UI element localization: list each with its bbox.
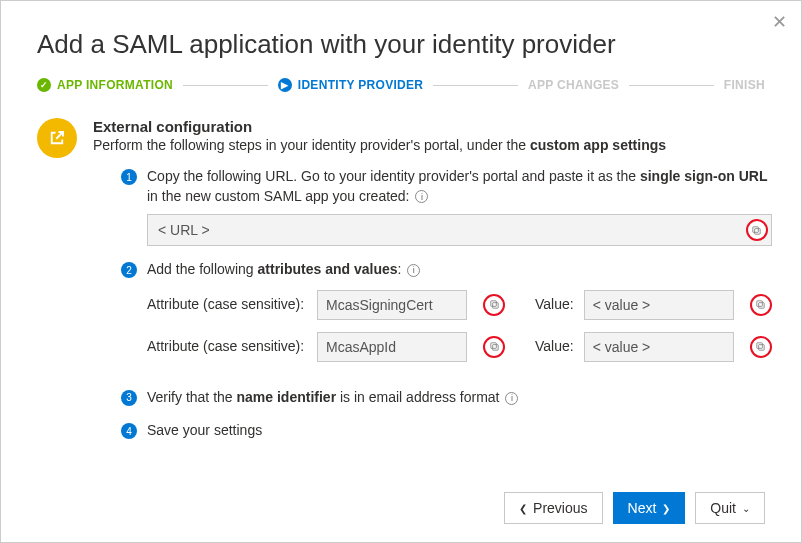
copy-value-button-2[interactable] — [750, 336, 772, 358]
chevron-right-icon: ❯ — [662, 503, 670, 514]
copy-value-button-1[interactable] — [750, 294, 772, 316]
instruction-step-2: 2 Add the following attributes and value… — [121, 260, 772, 374]
svg-rect-2 — [492, 303, 498, 309]
svg-rect-6 — [492, 345, 498, 351]
wizard-stepper: ✓ APP INFORMATION ▶ IDENTITY PROVIDER AP… — [37, 78, 765, 92]
step-app-information[interactable]: ✓ APP INFORMATION — [37, 78, 173, 92]
value-label: Value: — [535, 337, 574, 357]
step-label: APP CHANGES — [528, 78, 619, 92]
sso-url-input[interactable] — [147, 214, 772, 246]
instruction-step-4: 4 Save your settings — [121, 421, 772, 441]
attribute-label: Attribute (case sensitive): — [147, 295, 307, 315]
copy-attribute-button-2[interactable] — [483, 336, 505, 358]
step-connector — [183, 85, 268, 86]
step-number-4: 4 — [121, 423, 137, 439]
copy-icon — [755, 341, 766, 352]
copy-attribute-button-1[interactable] — [483, 294, 505, 316]
attribute-input-1[interactable] — [317, 290, 467, 320]
value-input-2[interactable] — [584, 332, 734, 362]
previous-button[interactable]: ❮ Previous — [504, 492, 602, 524]
next-button[interactable]: Next ❯ — [613, 492, 686, 524]
copy-url-button[interactable] — [746, 219, 768, 241]
svg-rect-8 — [759, 345, 765, 351]
attribute-label: Attribute (case sensitive): — [147, 337, 307, 357]
copy-icon — [489, 341, 500, 352]
svg-rect-9 — [757, 343, 763, 349]
value-label: Value: — [535, 295, 574, 315]
close-icon[interactable]: ✕ — [772, 11, 787, 33]
svg-rect-0 — [755, 228, 761, 234]
info-icon[interactable]: i — [505, 392, 518, 405]
step-app-changes: APP CHANGES — [528, 78, 619, 92]
wizard-footer: ❮ Previous Next ❯ Quit ⌄ — [504, 492, 765, 524]
dialog-title: Add a SAML application with your identit… — [37, 29, 765, 60]
quit-button[interactable]: Quit ⌄ — [695, 492, 765, 524]
sso-url-field — [147, 214, 772, 246]
step-identity-provider[interactable]: ▶ IDENTITY PROVIDER — [278, 78, 424, 92]
instruction-step-3: 3 Verify that the name identifier is in … — [121, 388, 772, 408]
checkmark-icon: ✓ — [37, 78, 51, 92]
value-input-1[interactable] — [584, 290, 734, 320]
external-configuration-section: External configuration Perform the follo… — [37, 116, 765, 455]
info-icon[interactable]: i — [415, 190, 428, 203]
svg-rect-4 — [759, 303, 765, 309]
step-connector — [629, 85, 714, 86]
info-icon[interactable]: i — [407, 264, 420, 277]
step-number-1: 1 — [121, 169, 137, 185]
svg-rect-3 — [490, 301, 496, 307]
chevron-down-icon: ⌄ — [742, 503, 750, 514]
section-title: External configuration — [93, 118, 772, 135]
copy-icon — [755, 299, 766, 310]
step-number-2: 2 — [121, 262, 137, 278]
step-label: IDENTITY PROVIDER — [298, 78, 424, 92]
section-description: Perform the following steps in your iden… — [93, 137, 772, 153]
active-step-icon: ▶ — [278, 78, 292, 92]
svg-rect-7 — [490, 343, 496, 349]
copy-icon — [489, 299, 500, 310]
attribute-input-2[interactable] — [317, 332, 467, 362]
chevron-left-icon: ❮ — [519, 503, 527, 514]
step-connector — [433, 85, 518, 86]
svg-rect-1 — [753, 227, 759, 233]
copy-icon — [751, 225, 762, 236]
svg-rect-5 — [757, 301, 763, 307]
saml-wizard-dialog: ✕ Add a SAML application with your ident… — [0, 0, 802, 543]
instruction-step-1: 1 Copy the following URL. Go to your ide… — [121, 167, 772, 246]
step-finish: FINISH — [724, 78, 765, 92]
step-number-3: 3 — [121, 390, 137, 406]
step-label: APP INFORMATION — [57, 78, 173, 92]
attribute-row-2: Attribute (case sensitive): Value: — [147, 332, 772, 362]
external-link-icon — [37, 118, 77, 158]
attribute-row-1: Attribute (case sensitive): Value: — [147, 290, 772, 320]
step-label: FINISH — [724, 78, 765, 92]
